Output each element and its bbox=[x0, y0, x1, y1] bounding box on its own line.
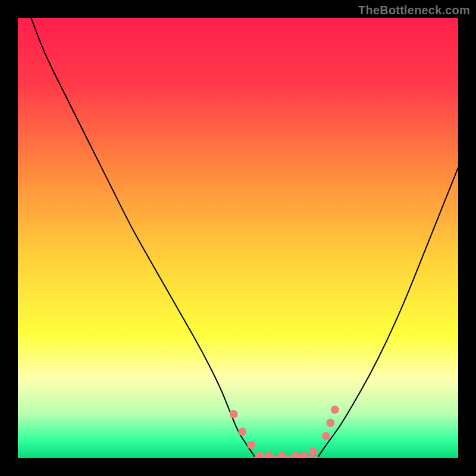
marker-point bbox=[309, 447, 317, 456]
watermark-text: TheBottleneck.com bbox=[358, 4, 470, 17]
marker-point bbox=[322, 432, 330, 440]
marker-point bbox=[326, 419, 334, 427]
marker-point bbox=[331, 406, 339, 414]
plot-area bbox=[18, 18, 458, 458]
marker-point bbox=[238, 428, 246, 436]
marker-point bbox=[230, 410, 238, 418]
marker-point bbox=[247, 441, 255, 449]
gradient-background bbox=[18, 18, 458, 458]
chart-svg bbox=[18, 18, 458, 458]
chart-frame: TheBottleneck.com bbox=[0, 0, 476, 476]
